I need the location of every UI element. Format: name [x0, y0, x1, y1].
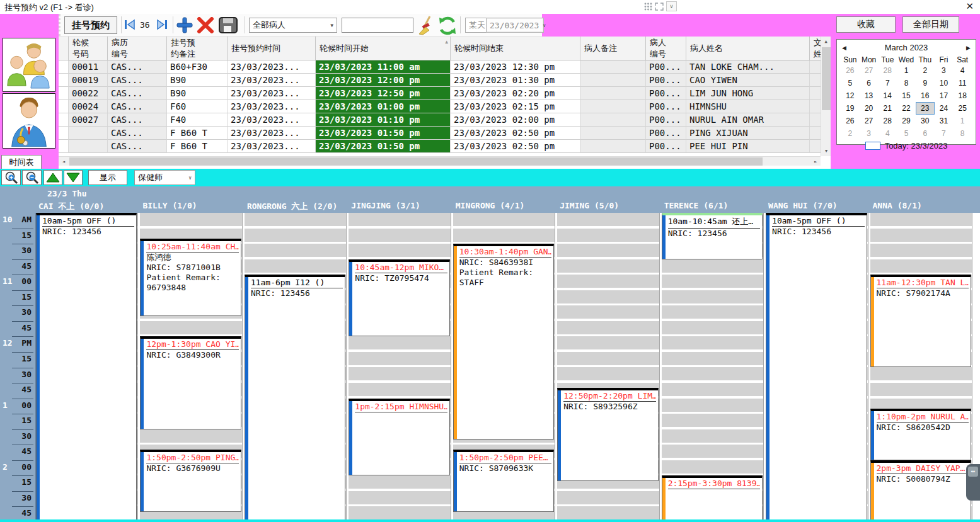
appointment-block[interactable]: 10:30am-1:40pm GAN…NRIC: S8463938IPatien…	[453, 244, 554, 440]
staff-type-select[interactable]: 保健师 ∨	[134, 170, 195, 185]
calendar-day[interactable]: 7	[935, 127, 954, 140]
scroll-up-icon[interactable]: ▲	[821, 37, 831, 47]
appointment-block[interactable]: 2pm-3pm DAISY YAP…NRIC: S0080794Z	[870, 460, 971, 522]
calendar-day[interactable]: 27	[860, 115, 879, 127]
appointment-block[interactable]: 10:25am-11:40am CH…陈鸿德NRIC: S7871001BPat…	[140, 239, 241, 316]
grid-select-all[interactable]	[59, 37, 69, 60]
schedule-column[interactable]: 10:45am-12pm MIKO…NRIC: TZ07954741pm-2:1…	[349, 213, 451, 522]
calendar-day[interactable]: 28	[878, 115, 897, 127]
appointment-block[interactable]: 1:50pm-2:50pm PEE…NRIC: S8709633K	[453, 450, 554, 511]
row-selector[interactable]	[59, 100, 69, 113]
row-selector[interactable]	[59, 113, 69, 127]
grid-column-header[interactable]: 病历 编号	[108, 37, 167, 60]
calendar-day[interactable]: 2	[841, 127, 860, 140]
scroll-down-icon[interactable]: ▼	[821, 146, 831, 156]
appointment-block[interactable]: 1pm-2:15pm HIMNSHU…	[349, 399, 449, 476]
appointment-block[interactable]: 1:50pm-2:50pm PING…NRIC: G3676909U	[140, 450, 241, 511]
close-button[interactable]: ✕	[966, 1, 974, 12]
date-picker[interactable]: 23/03/2023 ∨	[486, 18, 544, 33]
grid-column-header[interactable]: 病人备注	[580, 37, 646, 60]
zoom-out-button[interactable]	[22, 170, 42, 185]
calendar-day[interactable]: 12	[841, 89, 860, 102]
appointment-block[interactable]: 11am-6pm I12 ()NRIC: 123456	[245, 275, 345, 522]
registration-button[interactable]: 挂号预约	[64, 16, 117, 34]
schedule-column[interactable]: 11am-6pm I12 ()NRIC: 123456	[245, 213, 347, 522]
calendar-day[interactable]: 10	[935, 77, 954, 89]
grid-column-header[interactable]: 挂号预约时间	[228, 37, 316, 60]
calendar-day[interactable]: 9	[916, 77, 935, 89]
calendar-day[interactable]: 2	[916, 64, 935, 77]
appointment-block[interactable]: 10am-5pm OFF ()NRIC: 123456	[766, 213, 867, 522]
schedule-column[interactable]: 10am-5pm OFF ()NRIC: 123456	[766, 213, 868, 522]
remote-control-handle[interactable]: ↔	[966, 464, 980, 501]
patients-button[interactable]	[3, 38, 55, 92]
appointment-block[interactable]: 2:15pm-3:30pm 8139…	[662, 475, 763, 522]
table-row[interactable]: CAS...F B60 T23/03/2023...23/03/2023 01:…	[59, 127, 821, 140]
scroll-up-button[interactable]	[43, 170, 62, 185]
calendar-next-icon[interactable]: ▶	[966, 45, 971, 51]
row-selector[interactable]	[59, 127, 69, 140]
appointment-block[interactable]: 1:10pm-2pm NURUL A…NRIC: S8620542D	[870, 409, 971, 460]
horizontal-scrollbar[interactable]: ◄ ►	[59, 156, 821, 166]
expand-icon[interactable]	[655, 3, 664, 11]
next-record-icon[interactable]	[156, 18, 168, 31]
patient-filter-select[interactable]: 全部病人 ▼	[249, 18, 337, 33]
row-selector[interactable]	[59, 60, 69, 74]
chevron-down-icon[interactable]: ∨	[666, 1, 677, 11]
calendar-day[interactable]: 25	[953, 102, 972, 115]
table-row[interactable]: 00019CAS...B9023/03/2023...23/03/2023 12…	[59, 74, 821, 87]
tab-timetable[interactable]: 时间表	[1, 155, 42, 169]
calendar-day[interactable]: 5	[897, 127, 916, 140]
table-row[interactable]: 00022CAS...B9023/03/2023...23/03/2023 12…	[59, 87, 821, 100]
appointment-block[interactable]: 12pm-1:30pm CAO YI…NRIC: G3849300R	[140, 336, 241, 429]
calendar-day[interactable]: 1	[897, 64, 916, 77]
save-icon[interactable]	[218, 16, 238, 34]
clear-broom-icon[interactable]	[417, 15, 435, 35]
calendar-day[interactable]: 15	[897, 89, 916, 102]
delete-appointment-icon[interactable]	[197, 17, 214, 33]
appointment-block[interactable]: 11am-12:30pm TAN L…NRIC: S7902174A	[870, 275, 971, 367]
calendar-day[interactable]: 24	[935, 102, 954, 115]
calendar-day[interactable]: 19	[841, 102, 860, 115]
scroll-left-icon[interactable]: ◄	[59, 157, 69, 166]
today-indicator-box[interactable]	[865, 142, 880, 150]
doctor-button[interactable]	[3, 93, 55, 149]
calendar-day[interactable]: 4	[953, 64, 972, 77]
calendar-prev-icon[interactable]: ◀	[842, 45, 846, 51]
calendar-day[interactable]: 26	[841, 115, 860, 127]
calendar-day[interactable]: 3	[935, 64, 954, 77]
grid-column-header[interactable]: 轮候时间结束	[451, 37, 580, 60]
zoom-in-button[interactable]	[1, 170, 21, 185]
grid-column-header[interactable]: 轮候时间开始▲	[316, 37, 451, 60]
schedule-column[interactable]: 10am-10:45am 还上…NRIC: 1234562:15pm-3:30p…	[662, 213, 764, 522]
calendar-day[interactable]: 13	[860, 89, 879, 102]
calendar-day[interactable]: 22	[897, 102, 916, 115]
calendar-day[interactable]: 27	[860, 64, 879, 77]
calendar-day[interactable]: 31	[935, 115, 954, 127]
grid-dots-icon[interactable]	[644, 3, 652, 11]
appointment-block[interactable]: 10:45am-12pm MIKO…NRIC: TZ0795474	[349, 259, 449, 337]
search-input[interactable]	[342, 18, 413, 33]
table-row[interactable]: 00027CAS...F4023/03/2023...23/03/2023 01…	[59, 113, 821, 127]
schedule-column[interactable]: 10am-5pm OFF ()NRIC: 123456	[36, 213, 138, 522]
scroll-right-icon[interactable]: ►	[810, 157, 821, 166]
calendar-day[interactable]: 6	[916, 127, 935, 140]
row-selector[interactable]	[59, 140, 69, 153]
calendar-day[interactable]: 8	[897, 77, 916, 89]
calendar-day[interactable]: 23	[916, 102, 935, 115]
row-selector[interactable]	[59, 74, 69, 87]
schedule-column[interactable]: 10:30am-1:40pm GAN…NRIC: S8463938IPatien…	[453, 213, 555, 522]
calendar-day[interactable]: 5	[841, 77, 860, 89]
row-selector[interactable]	[59, 87, 69, 100]
scrollbar-thumb[interactable]	[822, 47, 831, 110]
calendar-day[interactable]: 3	[860, 127, 879, 140]
grid-column-header[interactable]: 中文 姓名	[810, 37, 821, 60]
appointment-block[interactable]: 10am-10:45am 还上…NRIC: 123456	[662, 213, 763, 259]
schedule-column[interactable]: 11am-12:30pm TAN L…NRIC: S7902174A1:10pm…	[870, 213, 972, 522]
calendar-day[interactable]: 30	[916, 115, 935, 127]
calendar-day[interactable]: 26	[841, 64, 860, 77]
grid-column-header[interactable]: 病人 编号	[646, 37, 686, 60]
calendar-day[interactable]: 16	[916, 89, 935, 102]
appointment-block[interactable]: 12:50pm-2:20pm LIM…NRIC: S8932596Z	[557, 388, 658, 480]
scrollbar-thumb[interactable]	[69, 157, 763, 166]
